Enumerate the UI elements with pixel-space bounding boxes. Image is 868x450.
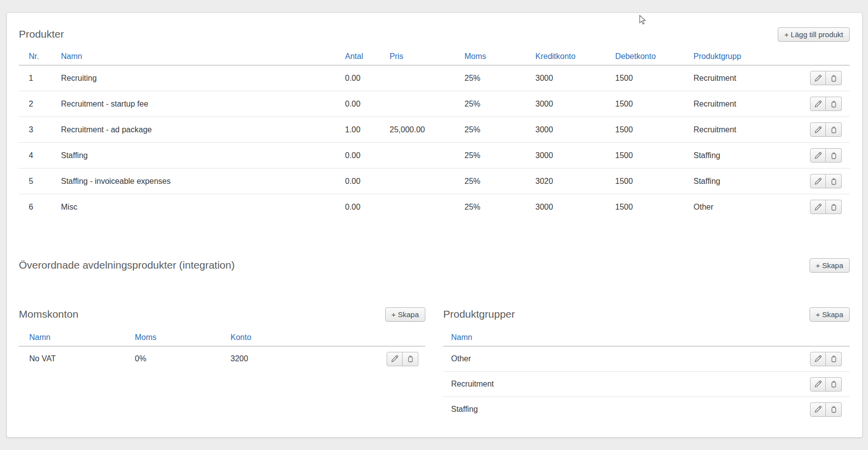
- row-actions: [810, 97, 842, 111]
- col-header-nr: Nr.: [19, 52, 61, 65]
- delete-button[interactable]: [826, 97, 842, 111]
- cell-kreditkonto: 3000: [535, 143, 615, 169]
- momskonton-create-button[interactable]: + Skapa: [385, 307, 425, 322]
- cell-antal: 1.00: [345, 117, 390, 143]
- momskonton-header: Momskonton + Skapa: [19, 306, 425, 322]
- cell-kreditkonto: 3000: [535, 194, 615, 220]
- row-actions-cell: [774, 91, 850, 117]
- cell-moms: 25%: [464, 194, 535, 220]
- trash-icon: [830, 177, 838, 185]
- cell-namn: Recruiting: [61, 65, 345, 91]
- row-actions-cell: [780, 346, 850, 372]
- edit-button[interactable]: [810, 377, 826, 392]
- produktgrupper-header-row: Namn: [443, 333, 850, 346]
- row-actions: [810, 200, 842, 214]
- row-actions-cell: [774, 194, 850, 220]
- trash-icon: [830, 74, 838, 82]
- products-header-row: Nr. Namn Antal Pris Moms Kreditkonto Deb…: [19, 52, 850, 65]
- cell-pris: 25,000.00: [390, 117, 464, 143]
- delete-button[interactable]: [826, 377, 842, 392]
- trash-icon: [830, 380, 838, 388]
- row-actions-cell: [774, 143, 850, 169]
- col-header-namn: Namn: [19, 333, 135, 346]
- cell-namn: Staffing: [443, 397, 780, 422]
- edit-button[interactable]: [810, 122, 826, 137]
- cell-debetkonto: 1500: [615, 169, 694, 194]
- delete-button[interactable]: [826, 352, 842, 366]
- pencil-icon: [391, 355, 399, 363]
- delete-button[interactable]: [826, 122, 842, 137]
- delete-button[interactable]: [826, 174, 842, 188]
- row-actions-cell: [780, 397, 850, 422]
- col-header-debetkonto: Debetkonto: [615, 52, 694, 65]
- delete-button[interactable]: [826, 71, 842, 85]
- col-header-konto: Konto: [231, 333, 356, 346]
- delete-button[interactable]: [826, 148, 842, 163]
- edit-button[interactable]: [810, 402, 826, 417]
- products-table-body: 1Recruiting0.0025%30001500Recruitment2Re…: [19, 65, 850, 220]
- trash-icon: [830, 100, 838, 108]
- cell-konto: 3200: [231, 346, 356, 372]
- produktgrupper-create-button[interactable]: + Skapa: [810, 307, 850, 322]
- cell-namn: Misc: [61, 194, 345, 220]
- cell-moms: 25%: [464, 91, 535, 117]
- cell-nr: 6: [19, 194, 61, 220]
- row-actions: [810, 174, 842, 188]
- integration-create-button[interactable]: + Skapa: [810, 258, 850, 273]
- cell-debetkonto: 1500: [615, 65, 694, 91]
- edit-button[interactable]: [810, 200, 826, 214]
- delete-button[interactable]: [403, 352, 418, 366]
- trash-icon: [830, 126, 838, 134]
- delete-button[interactable]: [826, 402, 842, 417]
- momskonton-table: Namn Moms Konto No VAT0%3200: [19, 333, 425, 372]
- cell-kreditkonto: 3000: [535, 65, 615, 91]
- cell-namn: Recruitment: [443, 372, 780, 397]
- add-product-button[interactable]: + Lägg till produkt: [778, 27, 850, 42]
- cell-produktgrupp: Staffing: [694, 169, 774, 194]
- cell-namn: Staffing - invoiceable expenses: [61, 169, 345, 194]
- edit-button[interactable]: [810, 97, 826, 111]
- edit-button[interactable]: [810, 148, 826, 163]
- col-header-actions: [356, 333, 425, 346]
- pencil-icon: [814, 100, 822, 108]
- cell-kreditkonto: 3000: [535, 117, 615, 143]
- momskonton-table-body: No VAT0%3200: [19, 346, 425, 372]
- table-row: No VAT0%3200: [19, 346, 425, 372]
- row-actions-cell: [774, 65, 850, 91]
- edit-button[interactable]: [810, 352, 826, 366]
- pencil-icon: [814, 152, 822, 160]
- row-actions: [810, 377, 842, 392]
- col-header-antal: Antal: [345, 52, 390, 65]
- cell-produktgrupp: Recruitment: [694, 91, 774, 117]
- row-actions-cell: [774, 169, 850, 194]
- table-row: Recruitment: [443, 372, 850, 397]
- col-header-kreditkonto: Kreditkonto: [535, 52, 615, 65]
- pencil-icon: [814, 126, 822, 134]
- pencil-icon: [814, 355, 822, 363]
- cell-nr: 5: [19, 169, 61, 194]
- cell-produktgrupp: Other: [694, 194, 774, 220]
- row-actions-cell: [774, 117, 850, 143]
- row-actions-cell: [356, 346, 425, 372]
- table-row: Other: [443, 346, 850, 372]
- delete-button[interactable]: [826, 200, 842, 214]
- cell-antal: 0.00: [345, 169, 390, 194]
- edit-button[interactable]: [387, 352, 403, 366]
- integration-title: Överordnade avdelningsprodukter (integra…: [19, 259, 234, 271]
- edit-button[interactable]: [810, 71, 826, 85]
- momskonton-title: Momskonton: [19, 308, 78, 320]
- cell-namn: Recruitment - startup fee: [61, 91, 345, 117]
- cell-namn: Other: [443, 346, 780, 372]
- trash-icon: [830, 203, 838, 211]
- pencil-icon: [814, 405, 822, 413]
- col-header-actions: [774, 52, 850, 65]
- edit-button[interactable]: [810, 174, 826, 188]
- cell-pris: [390, 91, 464, 117]
- produktgrupper-section: Produktgrupper + Skapa Namn OtherRecruit…: [443, 306, 850, 422]
- cell-moms: 25%: [464, 65, 535, 91]
- table-row: 1Recruiting0.0025%30001500Recruitment: [19, 65, 850, 91]
- cell-kreditkonto: 3000: [535, 91, 615, 117]
- products-title: Produkter: [19, 28, 64, 40]
- cell-namn: Recruitment - ad package: [61, 117, 345, 143]
- cell-moms: 25%: [464, 143, 535, 169]
